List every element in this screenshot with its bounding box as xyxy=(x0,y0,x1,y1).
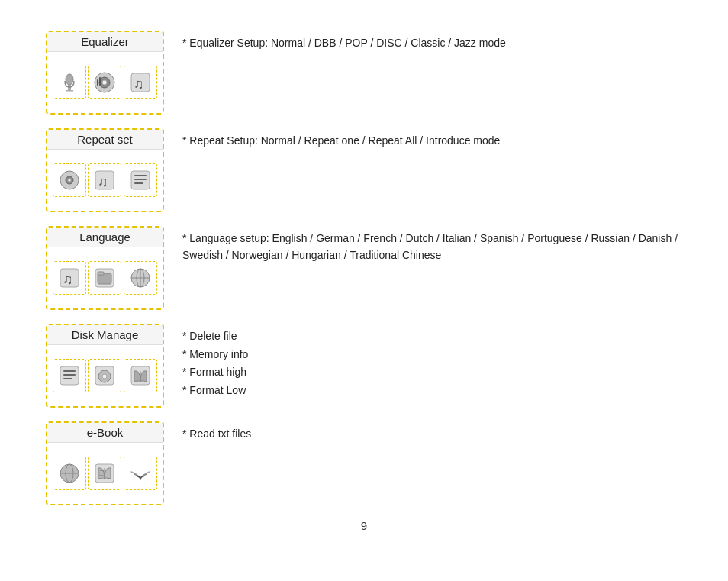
repeat-music-icon: ♫ xyxy=(88,163,121,197)
disk-list-icon xyxy=(53,359,86,392)
repeat-set-card: Repeat set ♫ xyxy=(46,128,164,212)
svg-rect-2 xyxy=(68,89,71,90)
language-desc: * Language setup: English / German / Fre… xyxy=(182,226,682,265)
language-card: Language ♫ xyxy=(46,226,164,310)
globe2-icon xyxy=(53,457,86,490)
equalizer-card: Equalizer xyxy=(46,31,164,115)
svg-rect-18 xyxy=(134,179,147,180)
disk-manage-desc: * Delete file * Memory info * Format hig… xyxy=(182,324,682,401)
disk-manage-card: Disk Manage xyxy=(46,324,164,408)
svg-rect-8 xyxy=(99,77,101,86)
disk-manage-row: Disk Manage xyxy=(46,324,682,408)
disk-manage-icons xyxy=(47,345,163,406)
mic-icon xyxy=(53,66,86,99)
equalizer-title: Equalizer xyxy=(47,32,163,52)
svg-point-6 xyxy=(102,80,107,85)
svg-point-13 xyxy=(68,179,71,182)
svg-rect-30 xyxy=(63,370,76,372)
svg-rect-19 xyxy=(134,182,143,184)
ebook-title: e-Book xyxy=(47,423,163,443)
svg-point-0 xyxy=(66,74,73,85)
equalizer-row: Equalizer xyxy=(46,31,682,115)
svg-text:♫: ♫ xyxy=(63,272,73,287)
list-icon xyxy=(124,163,157,197)
svg-rect-7 xyxy=(97,79,98,86)
svg-text:♫: ♫ xyxy=(98,174,108,189)
disc-icon xyxy=(53,163,86,197)
svg-text:♫: ♫ xyxy=(134,76,144,92)
page-content: Equalizer xyxy=(0,0,728,563)
ebook-desc: * Read txt files xyxy=(182,421,682,444)
language-title: Language xyxy=(47,228,163,247)
language-row: Language ♫ xyxy=(46,226,682,310)
repeat-set-desc: * Repeat Setup: Normal / Repeat one / Re… xyxy=(182,128,682,151)
equalizer-disc-icon xyxy=(88,66,121,99)
ebook-row: e-Book xyxy=(46,421,682,505)
svg-point-46 xyxy=(139,478,141,480)
repeat-set-title: Repeat set xyxy=(47,130,163,150)
language-music-icon: ♫ xyxy=(53,261,86,295)
repeat-set-icons: ♫ xyxy=(47,150,163,211)
equalizer-desc: * Equalizer Setup: Normal / DBB / POP / … xyxy=(182,31,682,53)
svg-rect-31 xyxy=(63,374,76,376)
folder-icon xyxy=(88,261,121,295)
svg-rect-3 xyxy=(66,90,73,92)
svg-point-35 xyxy=(102,374,107,379)
equalizer-icons: ♫ xyxy=(47,52,163,113)
openbook-icon xyxy=(88,457,121,490)
wifi-icon xyxy=(124,457,157,490)
ebook-card: e-Book xyxy=(46,421,164,505)
book-icon xyxy=(124,359,157,392)
disc2-icon xyxy=(88,359,121,392)
globe-icon xyxy=(124,261,157,295)
svg-rect-32 xyxy=(63,378,72,379)
page-number: 9 xyxy=(46,519,682,532)
svg-rect-24 xyxy=(98,272,104,275)
disk-manage-title: Disk Manage xyxy=(47,325,163,345)
music-note-icon: ♫ xyxy=(124,66,157,99)
repeat-set-row: Repeat set ♫ xyxy=(46,128,682,212)
language-icons: ♫ xyxy=(47,247,163,308)
ebook-icons xyxy=(47,443,163,504)
svg-rect-17 xyxy=(134,175,147,176)
